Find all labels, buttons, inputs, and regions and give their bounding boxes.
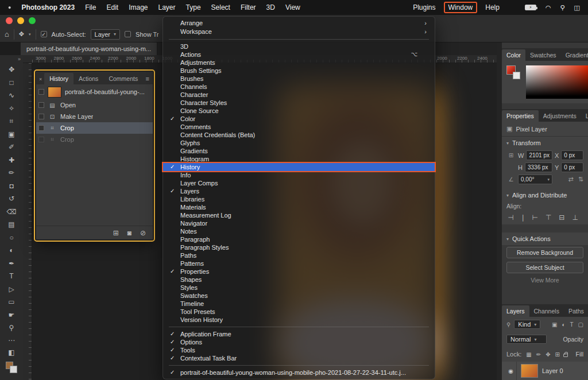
panel-menu-icon[interactable]: ≡ (146, 75, 153, 84)
layer-name[interactable]: Layer 0 (542, 367, 563, 374)
align-vertical-centers-icon[interactable]: ⊟ (559, 214, 564, 222)
wifi-icon[interactable]: ◠ (546, 4, 551, 11)
menu-item[interactable]: ✓ Properties (163, 267, 435, 276)
menu-item[interactable]: Character (163, 91, 435, 99)
menu-item[interactable]: Paragraph (163, 235, 435, 243)
lasso-tool-icon[interactable]: ∿ (5, 91, 18, 99)
show-transform-checkbox[interactable] (125, 31, 131, 37)
panel-tab[interactable]: Paths (564, 305, 588, 317)
menu-item[interactable]: Character Styles (163, 99, 435, 107)
history-snapshot-row[interactable]: portrait-of-beautiful-young-... (36, 84, 153, 99)
align-horizontal-centers-icon[interactable]: ∣ (521, 214, 524, 222)
flip-horizontal-icon[interactable]: ⇄ (568, 176, 574, 183)
history-state-row[interactable]: ⌗ Crop (36, 122, 153, 134)
app-menu-title[interactable]: Photoshop 2023 (21, 3, 75, 11)
align-top-edges-icon[interactable]: ⊤ (546, 214, 551, 222)
new-document-from-state-icon[interactable]: ⊞ (113, 229, 119, 237)
menu-item[interactable]: ✓ Layers (163, 187, 435, 195)
path-selection-tool-icon[interactable]: ▷ (5, 285, 18, 293)
lock-position-icon[interactable]: ✥ (546, 351, 550, 358)
history-state-row[interactable]: ⌗ Crop (36, 134, 153, 145)
align-right-edges-icon[interactable]: ⊢ (532, 214, 537, 222)
color-gradient-picker[interactable] (526, 65, 588, 99)
control-center-icon[interactable]: ◫ (574, 4, 580, 11)
quick-mask-icon[interactable]: ◧ (5, 348, 18, 356)
delete-state-trash-icon[interactable]: ⊘ (140, 229, 146, 237)
color-swatch-pair[interactable] (506, 65, 521, 80)
auto-select-dropdown[interactable]: Layer ▾ (91, 29, 121, 40)
dodge-tool-icon[interactable]: ◐ (5, 246, 18, 254)
eyedropper-tool-icon[interactable]: ✐ (5, 143, 18, 151)
history-source-checkbox[interactable] (38, 125, 44, 131)
healing-brush-tool-icon[interactable]: ✚ (5, 156, 18, 164)
filter-pixel-layers-icon[interactable]: ▣ (552, 321, 557, 328)
menu-item[interactable]: ✓ Contextual Task Bar (163, 354, 435, 362)
menu-item[interactable]: 3D (163, 42, 435, 51)
menu-item[interactable]: Adjustments (163, 59, 435, 67)
history-source-checkbox[interactable] (38, 137, 44, 142)
menu-item[interactable]: Swatches (163, 292, 435, 300)
history-source-checkbox[interactable] (38, 114, 44, 119)
align-section-header[interactable]: ▾ Align and Distribute (502, 189, 588, 201)
panel-tab[interactable]: Li (581, 110, 588, 122)
menu-item-open-document[interactable]: ✓ portrait-of-beautiful-young-woman-usin… (163, 369, 435, 377)
menu-item[interactable]: Arrange › (163, 19, 435, 28)
menubar-item[interactable]: View (285, 3, 300, 11)
menu-item[interactable]: Gradients (163, 147, 435, 155)
panel-tab[interactable]: Comments (103, 73, 143, 84)
panel-tab[interactable]: Layers (502, 305, 529, 317)
y-field[interactable]: 0 px (561, 162, 583, 172)
menu-item[interactable]: Shapes (163, 276, 435, 284)
dock-divider[interactable] (497, 42, 502, 380)
marquee-tool-icon[interactable]: □ (5, 79, 18, 87)
menu-item[interactable]: Comments (163, 123, 435, 131)
menu-item[interactable]: Measurement Log (163, 211, 435, 219)
frame-tool-icon[interactable]: ▣ (5, 130, 18, 138)
history-state-row[interactable]: ▤ Open (36, 99, 153, 111)
menubar-item[interactable]: Edit (106, 3, 118, 11)
layer-thumbnail[interactable] (521, 364, 538, 378)
menu-item[interactable]: Brush Settings (163, 67, 435, 75)
gradient-tool-icon[interactable]: ▤ (5, 220, 18, 228)
menu-item[interactable]: Tool Presets (163, 308, 435, 316)
layer-row[interactable]: ◉ Layer 0 (502, 362, 588, 380)
menu-item[interactable]: Content Credentials (Beta) (163, 131, 435, 139)
menubar-item[interactable]: 3D (266, 3, 275, 11)
brush-tool-icon[interactable]: ✏ (5, 169, 18, 177)
quick-selection-tool-icon[interactable]: ✧ (5, 104, 18, 113)
menubar-item[interactable]: Type (186, 3, 201, 11)
panel-tab[interactable]: Channels (529, 305, 564, 317)
search-icon[interactable]: ⚲ (560, 4, 565, 11)
menu-item[interactable]: Paths (163, 251, 435, 259)
filter-shape-layers-icon[interactable]: ▢ (578, 321, 583, 328)
pen-tool-icon[interactable]: ✒ (5, 259, 18, 267)
menubar-item[interactable]: File (85, 3, 96, 11)
menubar-item-help[interactable]: Help (485, 3, 500, 11)
lock-transparency-icon[interactable]: ▦ (526, 351, 531, 358)
shape-tool-icon[interactable]: ▭ (5, 298, 18, 306)
type-tool-icon[interactable]: T (5, 272, 18, 280)
menu-item[interactable]: Navigator (163, 219, 435, 227)
menu-item[interactable]: ✓ Options (163, 338, 435, 346)
menu-item[interactable]: Notes (163, 227, 435, 235)
close-window-button[interactable] (6, 17, 13, 24)
history-brush-tool-icon[interactable]: ↺ (5, 195, 18, 203)
foreground-background-swatches[interactable] (6, 362, 17, 373)
edit-toolbar-ellipsis-icon[interactable]: ⋯ (5, 336, 18, 344)
x-field[interactable]: 0 px (561, 150, 583, 160)
lock-artboard-icon[interactable]: ⊞ (555, 351, 560, 358)
battery-icon[interactable]: ⚡ (525, 5, 536, 10)
filter-kind-dropdown[interactable]: Kind ▾ (514, 320, 540, 329)
menu-item[interactable]: Version History (163, 316, 435, 324)
chevron-down-icon[interactable]: ▾ (29, 32, 31, 37)
menu-item[interactable]: Paragraph Styles (163, 243, 435, 251)
blend-mode-dropdown[interactable]: Normal ▾ (506, 335, 547, 344)
move-tool-preset-icon[interactable]: ✥ (19, 30, 24, 38)
transform-section-header[interactable]: ▾ Transform (502, 137, 588, 149)
menu-item[interactable]: Patterns (163, 259, 435, 267)
menu-item[interactable]: Glyphs (163, 139, 435, 147)
crop-tool-icon[interactable]: ⌗ (5, 117, 18, 125)
document-tab[interactable]: portrait-of-beautiful-young-woman-using-… (21, 42, 157, 55)
zoom-window-button[interactable] (29, 17, 36, 24)
flip-vertical-icon[interactable]: ⇅ (578, 176, 583, 183)
